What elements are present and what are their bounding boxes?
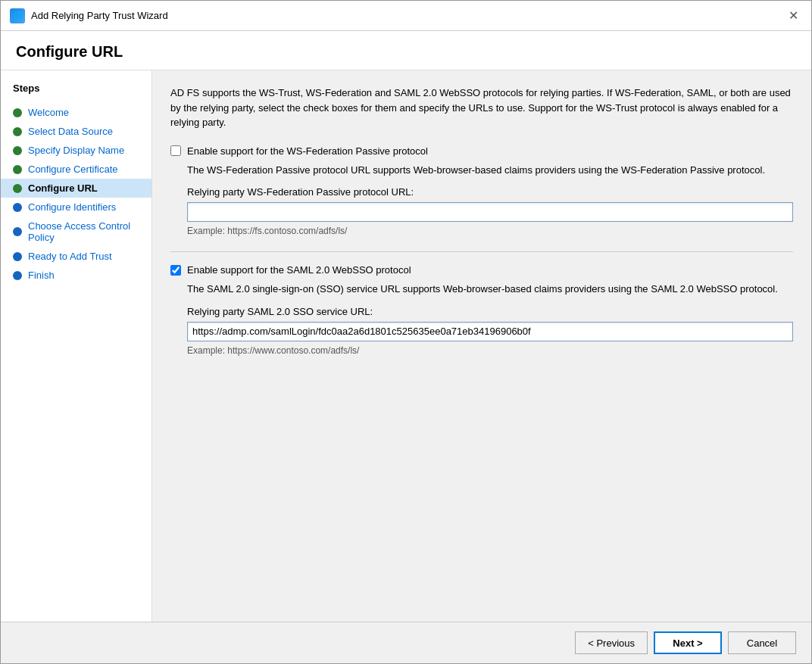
sidebar-item-label-select-data-source: Select Data Source [28, 126, 113, 137]
step-dot-choose-access-control [13, 227, 22, 236]
saml-field-label: Relying party SAML 2.0 SSO service URL: [187, 306, 793, 317]
step-dot-finish [13, 271, 22, 280]
sidebar-item-label-finish: Finish [28, 270, 55, 281]
saml-checkbox-row: Enable support for the SAML 2.0 WebSSO p… [170, 264, 793, 276]
sidebar-item-configure-identifiers[interactable]: Configure Identifiers [1, 198, 151, 217]
sidebar-item-configure-url[interactable]: Configure URL [1, 179, 151, 198]
saml-checkbox-label[interactable]: Enable support for the SAML 2.0 WebSSO p… [187, 264, 411, 276]
sidebar-item-label-configure-certificate: Configure Certificate [28, 164, 118, 175]
saml-url-input[interactable] [187, 322, 793, 341]
title-bar-left: 🌐 Add Relying Party Trust Wizard [10, 8, 168, 23]
section-divider [170, 251, 793, 252]
app-icon: 🌐 [10, 8, 25, 23]
sidebar-item-label-welcome: Welcome [28, 107, 69, 118]
ws-federation-field-label: Relying party WS-Federation Passive prot… [187, 186, 793, 198]
ws-federation-sub-description: The WS-Federation Passive protocol URL s… [187, 163, 793, 178]
sidebar-item-label-configure-identifiers: Configure Identifiers [28, 201, 116, 213]
step-dot-configure-url [13, 184, 22, 193]
wizard-window: 🌐 Add Relying Party Trust Wizard ✕ Confi… [0, 0, 812, 664]
title-bar: 🌐 Add Relying Party Trust Wizard ✕ [1, 1, 811, 31]
sidebar-item-welcome[interactable]: Welcome [1, 103, 151, 122]
sidebar-item-configure-certificate[interactable]: Configure Certificate [1, 160, 151, 179]
step-dot-specify-display-name [13, 146, 22, 155]
sidebar-item-specify-display-name[interactable]: Specify Display Name [1, 141, 151, 160]
content-area: Steps Welcome Select Data Source Specify… [1, 70, 811, 622]
step-dot-ready-to-add [13, 252, 22, 261]
ws-federation-section: Enable support for the WS-Federation Pas… [170, 145, 793, 237]
ws-federation-url-input[interactable] [187, 202, 793, 222]
main-content: AD FS supports the WS-Trust, WS-Federati… [152, 70, 811, 622]
sidebar-title: Steps [1, 83, 151, 103]
previous-button[interactable]: < Previous [575, 631, 648, 654]
cancel-button[interactable]: Cancel [728, 631, 796, 654]
main-description: AD FS supports the WS-Trust, WS-Federati… [170, 86, 793, 130]
sidebar-item-label-choose-access-control: Choose Access Control Policy [28, 220, 139, 243]
step-dot-select-data-source [13, 127, 22, 136]
ws-federation-checkbox-row: Enable support for the WS-Federation Pas… [170, 145, 793, 157]
saml-section: Enable support for the SAML 2.0 WebSSO p… [170, 264, 793, 356]
sidebar-item-select-data-source[interactable]: Select Data Source [1, 122, 151, 141]
sidebar-item-finish[interactable]: Finish [1, 266, 151, 285]
sidebar-item-label-configure-url: Configure URL [28, 182, 98, 194]
wizard-footer: < Previous Next > Cancel [1, 622, 811, 663]
saml-example: Example: https://www.contoso.com/adfs/ls… [187, 345, 793, 356]
close-button[interactable]: ✕ [784, 7, 802, 25]
sidebar-item-choose-access-control[interactable]: Choose Access Control Policy [1, 217, 151, 247]
sidebar-item-label-specify-display-name: Specify Display Name [28, 145, 124, 156]
step-dot-welcome [13, 108, 22, 117]
ws-federation-checkbox[interactable] [170, 145, 181, 156]
page-heading: Configure URL [16, 43, 796, 61]
next-button[interactable]: Next > [654, 631, 722, 654]
saml-checkbox[interactable] [170, 265, 181, 276]
saml-sub-description: The SAML 2.0 single-sign-on (SSO) servic… [187, 282, 793, 297]
ws-federation-example: Example: https://fs.contoso.com/adfs/ls/ [187, 226, 793, 236]
page-header: Configure URL [1, 31, 811, 70]
window-title: Add Relying Party Trust Wizard [31, 10, 168, 21]
sidebar-item-ready-to-add[interactable]: Ready to Add Trust [1, 247, 151, 266]
sidebar-item-label-ready-to-add: Ready to Add Trust [28, 251, 112, 262]
step-dot-configure-certificate [13, 165, 22, 174]
ws-federation-checkbox-label[interactable]: Enable support for the WS-Federation Pas… [187, 145, 428, 157]
step-dot-configure-identifiers [13, 203, 22, 212]
sidebar: Steps Welcome Select Data Source Specify… [1, 70, 152, 622]
